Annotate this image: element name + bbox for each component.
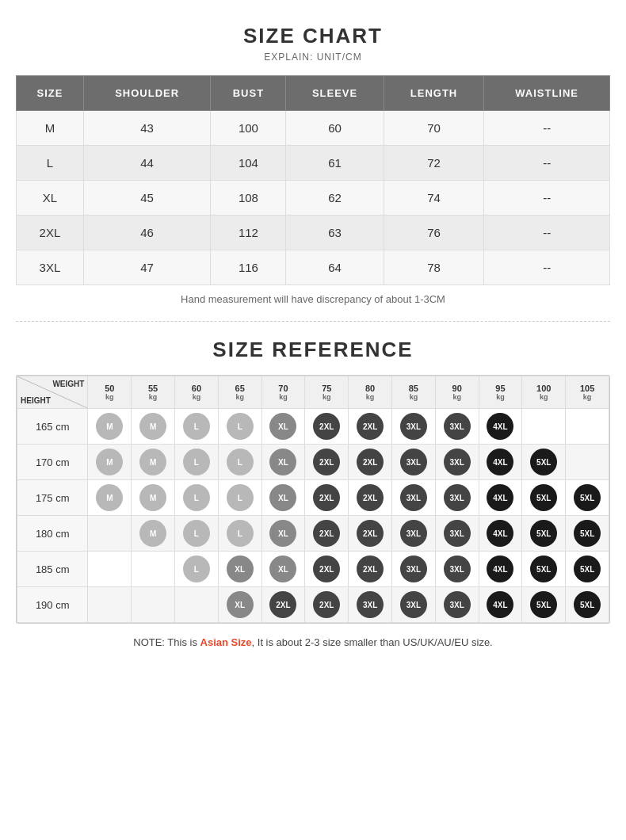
ref-height-header: 190 cm xyxy=(17,587,88,623)
ref-size-cell xyxy=(132,587,175,623)
ref-weight-header: 60kg xyxy=(175,376,219,409)
size-badge-5xl: 5XL xyxy=(574,520,601,547)
ref-size-cell: 3XL xyxy=(391,552,435,587)
ref-size-cell: XL xyxy=(261,445,305,480)
ref-size-cell: L xyxy=(175,516,219,552)
ref-corner-header: WEIGHT HEIGHT xyxy=(17,376,88,409)
ref-size-cell: 3XL xyxy=(391,445,435,480)
size-badge-3xl: 3XL xyxy=(400,449,427,475)
size-badge-3xl: 3XL xyxy=(444,413,471,440)
size-chart-cell: 43 xyxy=(83,111,211,146)
ref-height-header: 185 cm xyxy=(17,552,88,587)
size-badge-5xl: 5XL xyxy=(574,591,601,618)
ref-size-cell: 5XL xyxy=(522,552,566,587)
ref-size-cell: 2XL xyxy=(349,552,392,587)
ref-size-cell: 2XL xyxy=(305,552,349,587)
ref-size-cell: XL xyxy=(261,552,305,587)
svg-line-0 xyxy=(17,376,87,408)
size-chart-cell: -- xyxy=(484,181,610,216)
size-chart-row: XL451086274-- xyxy=(17,181,610,216)
size-chart-cell: 60 xyxy=(286,111,384,146)
size-reference-title: SIZE REFERENCE xyxy=(16,338,610,362)
size-badge-3xl: 3XL xyxy=(357,591,384,618)
size-badge-4xl: 4XL xyxy=(487,556,513,582)
size-badge-3xl: 3XL xyxy=(400,556,427,582)
size-badge-2xl: 2XL xyxy=(313,591,340,618)
ref-size-cell: XL xyxy=(218,552,261,587)
size-chart-cell: 100 xyxy=(211,111,286,146)
size-badge-l: L xyxy=(183,556,210,582)
ref-size-cell: M xyxy=(132,409,175,445)
size-chart-table: SIZESHOULDERBUSTSLEEVELENGTHWAISTLINE M4… xyxy=(16,75,610,285)
size-badge-2xl: 2XL xyxy=(313,556,340,582)
size-badge-4xl: 4XL xyxy=(487,449,513,475)
ref-size-cell: 3XL xyxy=(391,409,435,445)
ref-size-cell: 4XL xyxy=(479,409,522,445)
ref-size-cell: 5XL xyxy=(522,516,566,552)
ref-size-cell: 5XL xyxy=(566,516,609,552)
ref-size-cell: L xyxy=(218,516,261,552)
ref-size-cell: 3XL xyxy=(349,587,392,623)
size-badge-3xl: 3XL xyxy=(400,413,427,440)
size-chart-header-sleeve: SLEEVE xyxy=(286,76,384,111)
ref-table-row: 170 cmMMLLXL2XL2XL3XL3XL4XL5XL xyxy=(17,445,609,480)
size-badge-4xl: 4XL xyxy=(487,520,513,547)
size-chart-cell: 64 xyxy=(286,250,384,285)
size-chart-row: 3XL471166478-- xyxy=(17,250,610,285)
ref-size-cell: 2XL xyxy=(349,480,392,516)
size-badge-xl: XL xyxy=(269,413,296,440)
size-chart-cell: 44 xyxy=(83,146,211,181)
ref-size-cell: XL xyxy=(261,480,305,516)
size-chart-cell: 78 xyxy=(384,250,484,285)
size-badge-xl: XL xyxy=(227,556,254,582)
size-badge-3xl: 3XL xyxy=(400,520,427,547)
size-badge-l: L xyxy=(227,449,254,475)
ref-size-cell xyxy=(522,409,566,445)
size-chart-header-bust: BUST xyxy=(211,76,286,111)
ref-weight-header: 55kg xyxy=(132,376,175,409)
section-divider xyxy=(16,321,610,322)
ref-size-cell: 3XL xyxy=(435,552,479,587)
ref-size-cell: 2XL xyxy=(349,516,392,552)
size-chart-cell: M xyxy=(17,111,84,146)
ref-size-cell: L xyxy=(175,409,219,445)
ref-size-cell: 4XL xyxy=(479,445,522,480)
size-badge-l: L xyxy=(183,449,210,475)
ref-size-cell: 3XL xyxy=(391,587,435,623)
note-text: NOTE: This is Asian Size, It is about 2-… xyxy=(16,636,610,648)
ref-size-cell: M xyxy=(132,445,175,480)
ref-size-cell: M xyxy=(132,480,175,516)
size-chart-cell: 45 xyxy=(83,181,211,216)
ref-weight-header: 85kg xyxy=(391,376,435,409)
ref-size-cell: 4XL xyxy=(479,516,522,552)
ref-size-cell: 2XL xyxy=(261,587,305,623)
size-chart-cell: 70 xyxy=(384,111,484,146)
ref-size-cell: 5XL xyxy=(566,480,609,516)
ref-table-row: 165 cmMMLLXL2XL2XL3XL3XL4XL xyxy=(17,409,609,445)
ref-height-header: 170 cm xyxy=(17,445,88,480)
size-chart-cell: 3XL xyxy=(17,250,84,285)
size-badge-m: M xyxy=(139,520,166,547)
ref-size-cell: XL xyxy=(261,409,305,445)
diagonal-line-icon xyxy=(17,376,87,408)
size-badge-5xl: 5XL xyxy=(574,556,601,582)
size-chart-cell: 62 xyxy=(286,181,384,216)
ref-size-cell: 5XL xyxy=(522,587,566,623)
size-chart-cell: -- xyxy=(484,216,610,250)
ref-size-cell: XL xyxy=(218,587,261,623)
size-chart-cell: 76 xyxy=(384,216,484,250)
size-badge-xl: XL xyxy=(269,556,296,582)
ref-size-cell: 2XL xyxy=(349,409,392,445)
size-badge-2xl: 2XL xyxy=(357,484,384,511)
ref-size-cell: 5XL xyxy=(566,552,609,587)
ref-size-cell xyxy=(88,587,132,623)
size-chart-cell: -- xyxy=(484,250,610,285)
size-badge-5xl: 5XL xyxy=(530,591,557,618)
size-chart-cell: 61 xyxy=(286,146,384,181)
size-badge-3xl: 3XL xyxy=(444,520,471,547)
ref-size-cell xyxy=(88,552,132,587)
size-badge-m: M xyxy=(139,449,166,475)
size-chart-cell: 72 xyxy=(384,146,484,181)
size-chart-header-shoulder: SHOULDER xyxy=(83,76,211,111)
size-chart-cell: -- xyxy=(484,111,610,146)
